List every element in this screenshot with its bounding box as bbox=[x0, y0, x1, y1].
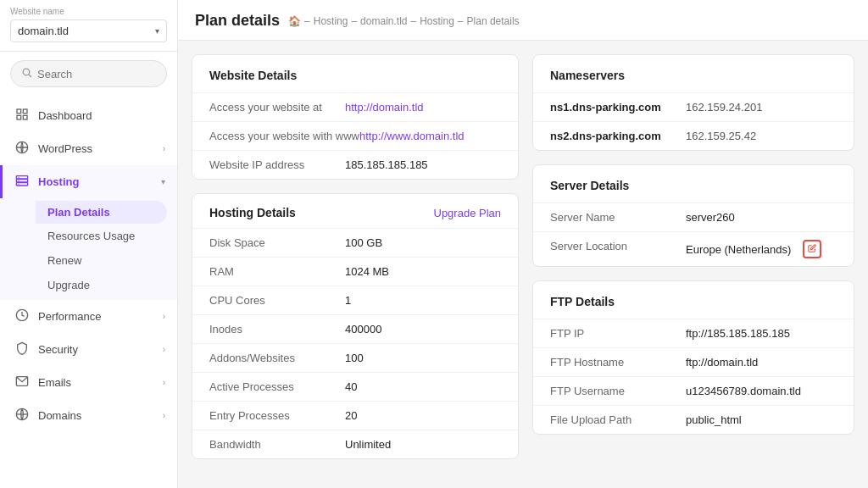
website-row-0: Access your website at http://domain.tld bbox=[192, 92, 518, 121]
ftp-label-2: FTP Username bbox=[550, 385, 686, 397]
hosting-label-0: Disk Space bbox=[209, 236, 345, 249]
sub-item-label-plan-details: Plan Details bbox=[47, 206, 110, 219]
upgrade-plan-link[interactable]: Upgrade Plan bbox=[434, 207, 502, 219]
sidebar: Website name domain.tld ▾ Dashboard bbox=[0, 0, 178, 488]
hosting-value-5: 40 bbox=[345, 380, 357, 393]
website-name-value: domain.tld bbox=[18, 25, 69, 37]
ns-value-0: 162.159.24.201 bbox=[686, 101, 762, 114]
edit-server-location-button[interactable] bbox=[803, 240, 821, 258]
sidebar-item-label-security: Security bbox=[38, 343, 78, 356]
website-label-2: Website IP address bbox=[209, 158, 345, 171]
ftp-label-1: FTP Hostname bbox=[550, 356, 686, 369]
sidebar-item-wordpress[interactable]: WordPress › bbox=[0, 132, 177, 165]
ftp-value-0: ftp://185.185.185.185 bbox=[686, 327, 790, 340]
sub-item-label-renew: Renew bbox=[47, 254, 81, 267]
sidebar-item-emails[interactable]: Emails › bbox=[0, 366, 177, 399]
ns-row-1: ns2.dns-parking.com 162.159.25.42 bbox=[533, 121, 854, 150]
svg-rect-3 bbox=[23, 109, 27, 114]
hosting-label-7: Bandwidth bbox=[209, 438, 345, 451]
ns-label-1: ns2.dns-parking.com bbox=[550, 130, 686, 142]
security-icon bbox=[14, 341, 30, 358]
breadcrumb-sep1: – bbox=[304, 15, 310, 27]
hosting-row-4: Addons/Websites 100 bbox=[192, 343, 518, 372]
hosting-value-7: Unlimited bbox=[345, 438, 391, 451]
sidebar-item-hosting[interactable]: Hosting ▾ bbox=[0, 165, 177, 198]
main-content: Plan details 🏠 – Hosting – domain.tld – … bbox=[178, 0, 868, 488]
hosting-label-5: Active Processes bbox=[209, 380, 345, 393]
sub-item-resources-usage[interactable]: Resources Usage bbox=[36, 224, 177, 248]
breadcrumb-hosting2: Hosting bbox=[420, 15, 454, 27]
hosting-row-3: Inodes 400000 bbox=[192, 314, 518, 343]
hosting-value-6: 20 bbox=[345, 409, 357, 422]
edit-icon bbox=[808, 244, 816, 254]
sub-item-label-resources: Resources Usage bbox=[47, 230, 135, 242]
svg-rect-4 bbox=[17, 115, 21, 119]
website-name-select[interactable]: domain.tld ▾ bbox=[10, 19, 167, 42]
sidebar-item-dashboard[interactable]: Dashboard bbox=[0, 99, 177, 132]
sidebar-item-security[interactable]: Security › bbox=[0, 333, 177, 366]
chevron-right-icon-domains: › bbox=[163, 411, 165, 420]
svg-rect-2 bbox=[17, 109, 21, 114]
breadcrumb-home: 🏠 bbox=[288, 15, 301, 27]
chevron-down-icon-hosting: ▾ bbox=[161, 177, 165, 186]
sub-item-renew[interactable]: Renew bbox=[36, 248, 177, 273]
svg-rect-5 bbox=[23, 115, 27, 119]
breadcrumb-hosting: Hosting bbox=[314, 15, 348, 27]
hosting-value-3: 400000 bbox=[345, 323, 381, 336]
search-box[interactable] bbox=[10, 60, 167, 87]
svg-point-11 bbox=[18, 180, 19, 181]
sidebar-item-label-performance: Performance bbox=[38, 310, 101, 323]
website-name-label: Website name bbox=[10, 7, 167, 16]
ftp-details-title: FTP Details bbox=[533, 281, 854, 319]
sidebar-item-label-emails: Emails bbox=[38, 376, 71, 389]
hosting-label-6: Entry Processes bbox=[209, 409, 345, 422]
hosting-value-0: 100 GB bbox=[345, 236, 382, 249]
hosting-details-title: Hosting Details bbox=[209, 206, 296, 219]
sub-item-plan-details[interactable]: Plan Details bbox=[36, 201, 167, 224]
svg-point-12 bbox=[18, 184, 19, 185]
website-details-card: Website Details Access your website at h… bbox=[192, 54, 519, 180]
search-icon bbox=[21, 67, 32, 80]
search-input[interactable] bbox=[37, 68, 156, 80]
sidebar-item-label-dashboard: Dashboard bbox=[38, 109, 92, 122]
breadcrumb-sep2: – bbox=[351, 15, 357, 27]
domains-icon bbox=[14, 408, 30, 424]
server-row-0: Server Name server260 bbox=[533, 202, 854, 231]
sub-item-upgrade[interactable]: Upgrade bbox=[36, 273, 177, 297]
wordpress-icon bbox=[14, 141, 30, 157]
breadcrumb: 🏠 – Hosting – domain.tld – Hosting – Pla… bbox=[288, 15, 520, 27]
emails-icon bbox=[14, 374, 30, 391]
hosting-details-card: Hosting Details Upgrade Plan Disk Space … bbox=[192, 193, 519, 459]
server-label-1: Server Location bbox=[550, 240, 686, 252]
hosting-icon bbox=[14, 174, 30, 190]
server-value-0: server260 bbox=[686, 211, 735, 224]
server-label-0: Server Name bbox=[550, 211, 686, 224]
svg-line-1 bbox=[29, 75, 31, 77]
content-area: Website Details Access your website at h… bbox=[178, 41, 868, 488]
website-value-1[interactable]: http://www.domain.tld bbox=[359, 130, 465, 142]
ftp-label-3: File Upload Path bbox=[550, 413, 686, 426]
ftp-row-0: FTP IP ftp://185.185.185.185 bbox=[533, 319, 854, 347]
left-column: Website Details Access your website at h… bbox=[192, 54, 519, 474]
server-details-card: Server Details Server Name server260 Ser… bbox=[532, 164, 854, 267]
ftp-row-1: FTP Hostname ftp://domain.tld bbox=[533, 347, 854, 376]
website-label-1: Access your website with www bbox=[209, 130, 359, 142]
breadcrumb-sep4: – bbox=[458, 15, 464, 27]
ftp-value-2: u123456789.domain.tld bbox=[686, 385, 801, 397]
sidebar-item-performance[interactable]: Performance › bbox=[0, 300, 177, 333]
server-value-1: Europe (Netherlands) bbox=[686, 243, 791, 256]
hosting-label-1: RAM bbox=[209, 265, 345, 278]
page-header: Plan details 🏠 – Hosting – domain.tld – … bbox=[178, 0, 868, 41]
hosting-value-2: 1 bbox=[345, 294, 351, 307]
hosting-value-4: 100 bbox=[345, 352, 364, 364]
hosting-value-1: 1024 MB bbox=[345, 265, 389, 278]
server-row-1: Server Location Europe (Netherlands) bbox=[533, 231, 854, 266]
server-details-title: Server Details bbox=[533, 165, 854, 202]
chevron-right-icon-perf: › bbox=[163, 312, 165, 321]
website-value-0[interactable]: http://domain.tld bbox=[345, 101, 424, 114]
ftp-label-0: FTP IP bbox=[550, 327, 686, 340]
breadcrumb-sep3: – bbox=[410, 15, 416, 27]
ftp-details-card: FTP Details FTP IP ftp://185.185.185.185… bbox=[532, 280, 854, 435]
sidebar-item-domains[interactable]: Domains › bbox=[0, 399, 177, 432]
website-row-2: Website IP address 185.185.185.185 bbox=[192, 150, 518, 179]
